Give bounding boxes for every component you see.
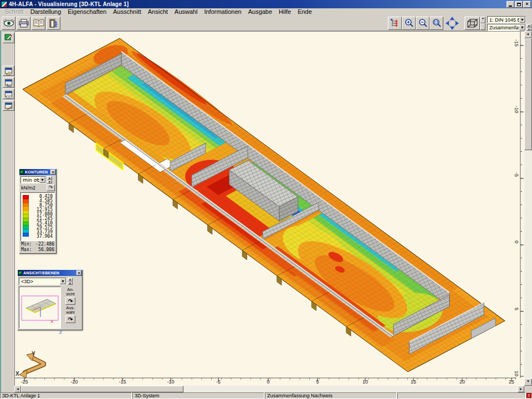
print-button[interactable] [17, 17, 30, 30]
ruler-label: -10 [167, 379, 174, 385]
status-model: 3D-KTL Anlage 1 [0, 392, 132, 399]
result-spinner[interactable]: ▲▼ [526, 24, 531, 31]
vertical-scroll-thumb[interactable] [524, 38, 532, 150]
minimize-button[interactable] [507, 1, 514, 8]
status-system: 3D-System [132, 392, 264, 399]
menu-item-darstellung[interactable]: Darstellung [27, 8, 65, 16]
menu-item-ausschnitt[interactable]: Ausschnitt [110, 8, 145, 16]
menu-item-ausgabe[interactable]: Ausgabe [245, 8, 275, 16]
horizontal-scroll-thumb[interactable] [21, 386, 183, 392]
menu-item-ende[interactable]: Ende [294, 8, 315, 16]
model-viewport[interactable]: -25 -20 -15 -10 -5 0 5 10 15 20 25 -15 -… [14, 31, 524, 386]
design-combo[interactable]: 1: DIN 1045 Bemessung ▼ [487, 16, 526, 23]
label-window-button[interactable] [3, 89, 14, 99]
chevron-down-icon[interactable]: ▼ [519, 24, 525, 30]
element-info-window-button[interactable] [3, 65, 14, 76]
quantity-spinner[interactable]: ▲▼ [47, 176, 52, 183]
palette-icon [20, 170, 24, 174]
cube-dropdown-arrow-icon: ▼ [480, 17, 485, 23]
legend-max-row: Max:56.006 [21, 247, 54, 252]
status-bar: 3D-KTL Anlage 1 3D-System Zusammenfassun… [0, 392, 532, 399]
konturen-titlebar[interactable]: KONTUREN × [19, 169, 56, 175]
auswahl-apply-button[interactable]: ↷ [65, 315, 75, 323]
ruler-label: 20 [459, 379, 465, 385]
menu-item-auswahl[interactable]: Auswahl [171, 8, 201, 16]
zoom-in-icon [404, 18, 414, 28]
zoom-window-button[interactable] [429, 17, 443, 30]
close-icon[interactable]: × [76, 270, 81, 275]
menu-item-eigenschaften[interactable]: Eigenschaften [64, 8, 110, 16]
vertical-ruler [520, 32, 524, 378]
menu-item-ansicht[interactable]: Ansicht [145, 8, 171, 16]
legend-swatches [23, 195, 29, 239]
ruler-label: 0 [514, 241, 519, 243]
ansicht-palette[interactable]: ANSICHT/EBENEN × <3D> ▼ ▲▼ [17, 269, 83, 330]
pan-up-icon [450, 17, 454, 20]
app-icon [1, 1, 7, 7]
quantity-combo[interactable]: min σb2 ▼ [21, 176, 46, 183]
zoom-window-icon [432, 18, 442, 28]
konturen-palette[interactable]: KONTUREN × min σb2 ▼ ▲▼ kN/m2 ↷ [19, 168, 57, 254]
pan-control[interactable] [443, 17, 462, 30]
scroll-up-icon[interactable]: ▲ [524, 31, 532, 38]
axis-y-label: Y [32, 351, 35, 357]
spin-down-icon: ▼ [47, 180, 52, 184]
view-combo-value: <3D> [19, 279, 60, 284]
plate-window-icon [5, 68, 12, 74]
zoom-out-button[interactable] [416, 17, 429, 30]
scroll-right-icon[interactable]: ► [518, 386, 524, 392]
view-cube-button[interactable] [464, 17, 480, 30]
ruler-label: 5 [514, 308, 519, 310]
ruler-label: -15 [119, 379, 126, 385]
ansicht-apply-button[interactable]: ↷ [65, 297, 75, 305]
draw-window-button[interactable] [3, 100, 14, 111]
alert-icon: ! [526, 393, 531, 398]
ruler-label: -10 [514, 106, 519, 113]
title-bar: 4H-ALFA - Visualisierung [3D-KTL Anlage … [0, 0, 532, 8]
horizontal-scrollbar[interactable]: ◄ ► [14, 386, 524, 392]
ansicht-titlebar[interactable]: ANSICHT/EBENEN × [18, 270, 82, 276]
apply-contours-button[interactable]: ↷ [47, 185, 55, 191]
maximize-button[interactable] [515, 1, 523, 8]
menu-item-hilfe[interactable]: Hilfe [275, 8, 294, 16]
legend-swatch [23, 233, 29, 237]
chevron-down-icon[interactable]: ▼ [519, 17, 525, 23]
legend-swatch [23, 229, 29, 233]
ruler-label: -5 [514, 172, 519, 177]
horizontal-ruler [15, 378, 516, 381]
zoom-out-icon [418, 18, 428, 28]
unit-label: kN/m2 [21, 185, 47, 191]
legend-swatch [23, 222, 29, 226]
menu-item-informationen[interactable]: Informationen [201, 8, 244, 16]
dimension-window-button[interactable] [3, 77, 14, 88]
scroll-down-icon[interactable]: ▼ [524, 378, 532, 386]
spin-down-icon: ▼ [68, 282, 73, 285]
view-combo[interactable]: <3D> ▼ [19, 278, 66, 285]
scroll-left-icon[interactable]: ◄ [14, 386, 21, 392]
exit-button[interactable] [47, 17, 60, 30]
zoom-in-button[interactable] [402, 17, 416, 30]
edit-button[interactable] [3, 33, 14, 43]
left-tool-column [0, 31, 14, 392]
fem-3d-scene[interactable] [15, 32, 525, 386]
label-window-icon [5, 91, 12, 97]
preview-3d-thumbnail [19, 287, 60, 328]
chevron-down-icon[interactable]: ▼ [60, 278, 66, 284]
manual-button[interactable] [32, 17, 45, 30]
view-preview[interactable] [19, 287, 61, 329]
close-button[interactable]: × [523, 1, 531, 8]
structure-tree-button[interactable] [388, 17, 402, 30]
view-button[interactable] [2, 17, 16, 30]
view-spinner[interactable]: ▲▼ [68, 278, 73, 285]
quantity-combo-value: min σb2 [21, 177, 39, 183]
chevron-down-icon[interactable]: ▼ [39, 177, 45, 183]
close-icon[interactable]: × [50, 170, 55, 175]
ansicht-title: ANSICHT/EBENEN [23, 271, 76, 275]
legend-min-row: Min:-22.486 [21, 242, 54, 247]
result-combo[interactable]: Zusammenfassung ▼ [487, 24, 526, 31]
ansicht-button-label: An- sicht [66, 288, 74, 296]
axes-window-icon [5, 79, 12, 85]
view-cube-spinner[interactable]: ▼ [480, 17, 485, 30]
vertical-scrollbar[interactable]: ▲ ▼ [524, 31, 532, 386]
konturen-title: KONTUREN [25, 170, 50, 174]
